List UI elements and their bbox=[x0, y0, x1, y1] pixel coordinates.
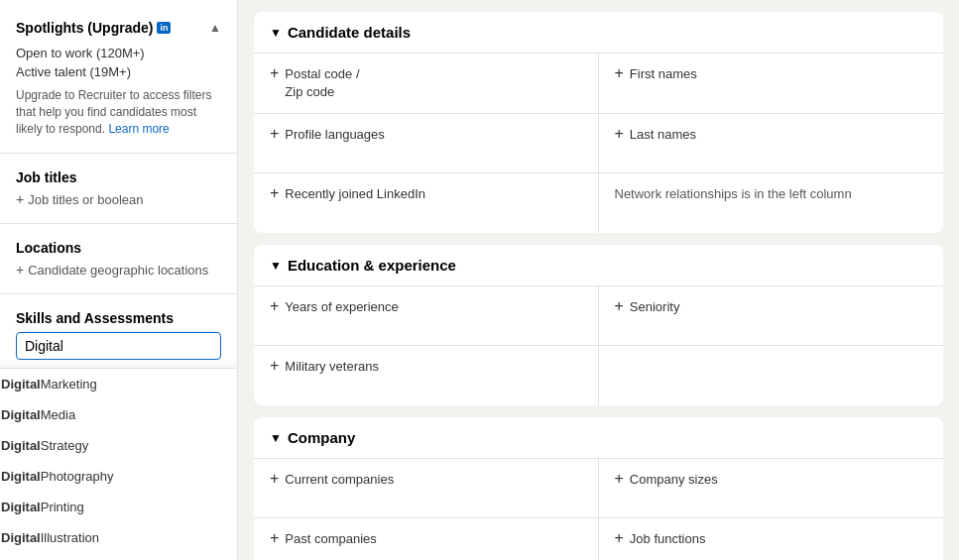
skills-input[interactable] bbox=[16, 332, 221, 360]
candidate-details-chevron[interactable]: ▼ bbox=[270, 26, 282, 40]
company-grid: + Current companies + Company sizes + Pa… bbox=[254, 459, 943, 560]
current-companies-label: Current companies bbox=[285, 471, 394, 489]
plus-current-companies: + bbox=[270, 471, 279, 487]
plus-icon: + bbox=[16, 191, 24, 207]
spotlight-item-active-talent[interactable]: Active talent (19M+) bbox=[16, 62, 221, 81]
linkedin-icon: in bbox=[157, 22, 171, 34]
filter-years-experience[interactable]: + Years of experience bbox=[254, 286, 599, 346]
candidate-details-section: ▼ Candidate details + Postal code /Zip c… bbox=[254, 12, 943, 233]
company-header: ▼ Company bbox=[254, 417, 943, 459]
spotlights-collapse-icon[interactable]: ▲ bbox=[209, 21, 221, 35]
job-titles-add[interactable]: + Job titles or boolean bbox=[16, 191, 221, 207]
filter-placeholder-edu bbox=[599, 346, 944, 405]
locations-sub: Candidate geographic locations bbox=[28, 263, 208, 278]
company-sizes-label: Company sizes bbox=[630, 471, 718, 489]
education-experience-grid: + Years of experience + Seniority + Mili… bbox=[254, 286, 943, 405]
job-titles-placeholder: Job titles or boolean bbox=[28, 192, 143, 207]
filter-postal-code[interactable]: + Postal code /Zip code bbox=[254, 54, 599, 114]
candidate-details-title: Candidate details bbox=[288, 24, 411, 41]
plus-first-names: + bbox=[615, 65, 624, 81]
postal-code-label: Postal code /Zip code bbox=[285, 65, 359, 101]
company-title: Company bbox=[288, 429, 355, 446]
network-note-text: Network relationships is in the left col… bbox=[615, 185, 852, 203]
filter-first-names[interactable]: + First names bbox=[599, 54, 944, 114]
locations-add[interactable]: + Candidate geographic locations bbox=[16, 262, 221, 278]
plus-past-companies: + bbox=[270, 530, 279, 546]
plus-postal: + bbox=[270, 65, 279, 81]
plus-company-sizes: + bbox=[615, 471, 624, 487]
skills-section-title: Skills and Assessments bbox=[16, 310, 221, 326]
locations-section-title: Locations bbox=[16, 240, 221, 256]
candidate-details-header: ▼ Candidate details bbox=[254, 12, 943, 54]
plus-years: + bbox=[270, 298, 279, 314]
company-chevron[interactable]: ▼ bbox=[270, 431, 282, 445]
filter-job-functions[interactable]: + Job functions bbox=[599, 518, 944, 560]
profile-languages-label: Profile languages bbox=[285, 126, 384, 144]
education-chevron[interactable]: ▼ bbox=[270, 259, 282, 273]
autocomplete-item-digital-publishing[interactable]: Digital Publishing bbox=[0, 553, 238, 560]
spotlights-label: Spotlights (Upgrade) bbox=[16, 20, 153, 36]
divider-1 bbox=[0, 153, 237, 154]
divider-3 bbox=[0, 293, 237, 294]
job-functions-label: Job functions bbox=[630, 530, 706, 548]
filter-last-names[interactable]: + Last names bbox=[599, 114, 944, 173]
education-experience-section: ▼ Education & experience + Years of expe… bbox=[254, 245, 943, 405]
last-names-label: Last names bbox=[630, 126, 696, 144]
autocomplete-item-digital-marketing[interactable]: Digital Marketing bbox=[0, 369, 238, 399]
candidate-details-grid: + Postal code /Zip code + First names + … bbox=[254, 54, 943, 233]
main-content: ▼ Candidate details + Postal code /Zip c… bbox=[238, 0, 959, 560]
company-section: ▼ Company + Current companies + Company … bbox=[254, 417, 943, 560]
job-titles-section-title: Job titles bbox=[16, 169, 221, 185]
plus-profile-languages: + bbox=[270, 126, 279, 142]
filter-military-veterans[interactable]: + Military veterans bbox=[254, 346, 599, 405]
upgrade-text: Upgrade to Recruiter to access filters t… bbox=[16, 87, 221, 137]
plus-icon-locations: + bbox=[16, 262, 24, 278]
military-veterans-label: Military veterans bbox=[285, 358, 379, 376]
autocomplete-item-digital-media[interactable]: Digital Media bbox=[0, 399, 238, 430]
filter-seniority[interactable]: + Seniority bbox=[599, 286, 944, 346]
filter-recently-joined[interactable]: + Recently joined LinkedIn bbox=[254, 173, 599, 233]
autocomplete-item-digital-photography[interactable]: Digital Photography bbox=[0, 461, 238, 492]
education-experience-title: Education & experience bbox=[288, 257, 456, 274]
filter-company-sizes[interactable]: + Company sizes bbox=[599, 459, 944, 518]
plus-seniority: + bbox=[615, 298, 624, 314]
plus-military: + bbox=[270, 358, 279, 374]
spotlight-item-open-to-work[interactable]: Open to work (120M+) bbox=[16, 44, 221, 62]
filter-past-companies[interactable]: + Past companies bbox=[254, 518, 599, 560]
seniority-label: Seniority bbox=[630, 298, 680, 316]
autocomplete-item-digital-strategy[interactable]: Digital Strategy bbox=[0, 430, 238, 461]
filter-network-note: Network relationships is in the left col… bbox=[599, 173, 944, 233]
learn-more-link[interactable]: Learn more bbox=[108, 122, 169, 136]
autocomplete-item-digital-printing[interactable]: Digital Printing bbox=[0, 492, 238, 522]
recently-joined-label: Recently joined LinkedIn bbox=[285, 185, 425, 203]
spotlights-title: Spotlights (Upgrade) in bbox=[16, 20, 171, 36]
first-names-label: First names bbox=[630, 65, 697, 83]
sidebar: Spotlights (Upgrade) in ▲ Open to work (… bbox=[0, 0, 238, 560]
filter-current-companies[interactable]: + Current companies bbox=[254, 459, 599, 518]
years-experience-label: Years of experience bbox=[285, 298, 398, 316]
plus-job-functions: + bbox=[615, 530, 624, 546]
autocomplete-dropdown: Digital Marketing Digital Media Digital … bbox=[0, 368, 238, 560]
plus-last-names: + bbox=[615, 126, 624, 142]
spotlights-header: Spotlights (Upgrade) in ▲ bbox=[16, 20, 221, 36]
autocomplete-item-digital-illustration[interactable]: Digital Illustration bbox=[0, 522, 238, 553]
education-experience-header: ▼ Education & experience bbox=[254, 245, 943, 286]
skills-input-wrapper bbox=[16, 332, 221, 360]
divider-2 bbox=[0, 223, 237, 224]
filter-profile-languages[interactable]: + Profile languages bbox=[254, 114, 599, 173]
plus-recently-joined: + bbox=[270, 185, 279, 201]
past-companies-label: Past companies bbox=[285, 530, 377, 548]
